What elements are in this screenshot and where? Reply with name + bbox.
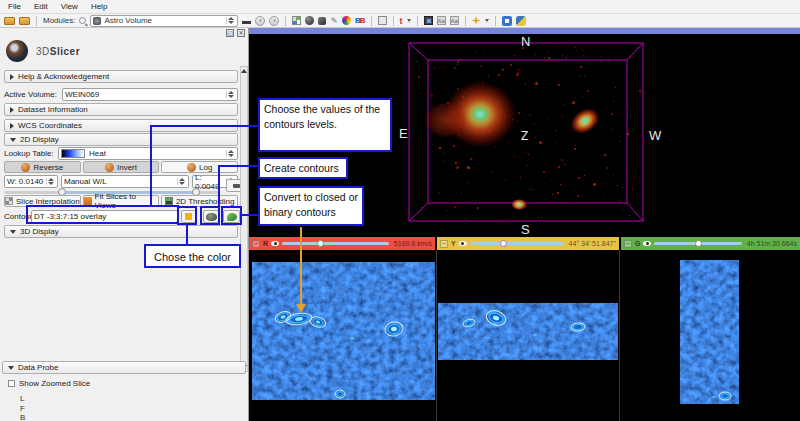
history-back-icon[interactable]: ‹ [255,16,265,26]
toolbar-separator [495,16,496,26]
slice-offset-slider[interactable] [470,242,564,245]
slicer-logo-icon [6,40,28,62]
menu-edit[interactable]: Edit [34,2,48,11]
slice-slider-handle[interactable] [500,240,507,247]
reverse-button[interactable]: Reverse [4,161,81,173]
window-spinner[interactable] [46,178,55,185]
save-data-icon[interactable] [19,17,30,25]
galaxy-large-arm [417,96,475,144]
collapse-button[interactable]: − [624,240,632,248]
slice-offset-value: 44° 34' 51.847" [569,240,617,247]
slice-offset-value: 4h 51m 30.664s [747,240,797,247]
annotation-highlight-contours-field [26,205,179,224]
module-icon [93,17,101,25]
module-search-icon[interactable] [79,17,86,24]
module-selector-spinner[interactable] [226,17,235,24]
annotation-connector [242,214,258,216]
section-data-probe[interactable]: Data Probe [2,361,246,374]
interpolation-icon [5,197,13,205]
crosshair-dropdown-icon[interactable] [485,19,489,22]
mouse-mode-cube-icon[interactable] [318,17,326,25]
probe-line-b: B [20,413,25,421]
crosshair-star-icon[interactable] [472,16,481,25]
toolbar-separator [285,16,286,26]
wl-mode-spinner[interactable] [177,178,186,185]
eye-icon[interactable] [271,241,279,246]
section-help-acknowledgement[interactable]: Help & Acknowledgement [4,70,238,83]
active-volume-selector[interactable]: WEIN069 [62,88,238,101]
bb-modules-icon[interactable]: BB [355,16,365,25]
module-selector[interactable]: Astro Volume [90,15,238,27]
slice-letter: Y [451,240,456,247]
slice-slider-handle[interactable] [317,240,324,247]
menu-view[interactable]: View [61,2,78,11]
expanded-triangle-icon [10,230,16,234]
module-options-icon[interactable] [242,21,251,24]
panel-undock-icon[interactable]: ◱ [226,29,234,37]
capture-view-icon[interactable] [424,16,433,25]
lookup-table-selector[interactable]: Heat [58,147,238,160]
slice-divider [436,250,437,421]
lookup-gradient-swatch [61,149,85,158]
toolbar: Modules: Astro Volume ‹ › ✎ BB t Aa Aa [0,14,800,28]
probe-line-l: L [20,394,24,403]
slice-view-red[interactable] [252,262,435,400]
slice-letter: R [263,240,268,247]
show-zoomed-slice-label: Show Zoomed Slice [19,379,90,388]
eye-icon[interactable] [643,241,651,246]
section-3d-display[interactable]: 3D Display [4,225,238,238]
section-dataset-information[interactable]: Dataset Information [4,103,238,116]
axis-label-east: E [399,126,408,141]
menu-file[interactable]: File [8,2,21,11]
annotation-create-contours: Create contours [258,157,348,179]
screenshot-icon[interactable] [378,16,387,25]
annotation-connector [150,125,152,206]
axis-label-west: W [649,128,661,143]
menu-bar: File Edit View Help [0,0,800,14]
expanded-triangle-icon [10,138,16,142]
color-pinwheel-icon[interactable] [342,16,351,25]
collapse-button[interactable]: − [252,240,260,248]
show-zoomed-slice-checkbox[interactable] [8,380,15,387]
panel-close-icon[interactable]: ✕ [237,29,245,37]
expanded-triangle-icon [8,366,14,370]
markups-icon[interactable]: t [400,16,403,26]
active-volume-spinner[interactable] [226,91,235,98]
invert-button[interactable]: Invert [83,161,160,173]
wl-mode-selector[interactable]: Manual W/L [61,175,189,188]
slicer-window: File Edit View Help Modules: Astro Volum… [0,0,800,421]
toolbar-separator [417,16,418,26]
log-button[interactable]: Log [161,161,238,173]
slice-views [249,250,800,421]
annotate-pencil-icon[interactable]: ✎ [330,16,338,26]
markups-dropdown-icon[interactable] [407,19,411,22]
collapse-button[interactable]: − [440,240,448,248]
lookup-spinner[interactable] [226,150,235,157]
annotation-highlight-create-button [200,206,220,225]
thresholding-icon [165,197,173,205]
slice-offset-slider[interactable] [654,242,741,245]
slice-view-green[interactable] [680,260,739,404]
history-forward-icon[interactable]: › [269,16,279,26]
load-data-icon[interactable] [4,17,15,25]
eye-icon[interactable] [459,241,467,246]
menu-help[interactable]: Help [91,2,107,11]
slice-view-yellow[interactable] [438,303,618,360]
annotation-list-icon[interactable]: Aa [450,16,459,25]
annotation-connector [218,165,220,206]
python-console-icon[interactable] [516,16,526,26]
section-2d-display[interactable]: 2D Display [4,133,238,146]
extensions-manager-icon[interactable] [502,16,512,26]
mouse-mode-sphere-icon[interactable] [305,16,314,25]
layout-icon[interactable] [292,16,301,25]
window-spinbox[interactable]: W: 0.0140 [4,175,58,188]
slice-slider-handle[interactable] [695,240,702,247]
axis-label-north: N [521,34,530,49]
scroll-up-icon[interactable] [241,69,247,73]
modules-label: Modules: [43,16,75,25]
window-level-row: W: 0.0140 Manual W/L L: 0.0049 [4,175,238,188]
slice-offset-slider[interactable] [282,242,389,245]
annotation-ruler-icon[interactable]: Aa [437,16,446,25]
slice-bar-green: − G 4h 51m 30.664s [621,237,800,250]
annotation-choose-color: Chose the color [144,244,241,268]
